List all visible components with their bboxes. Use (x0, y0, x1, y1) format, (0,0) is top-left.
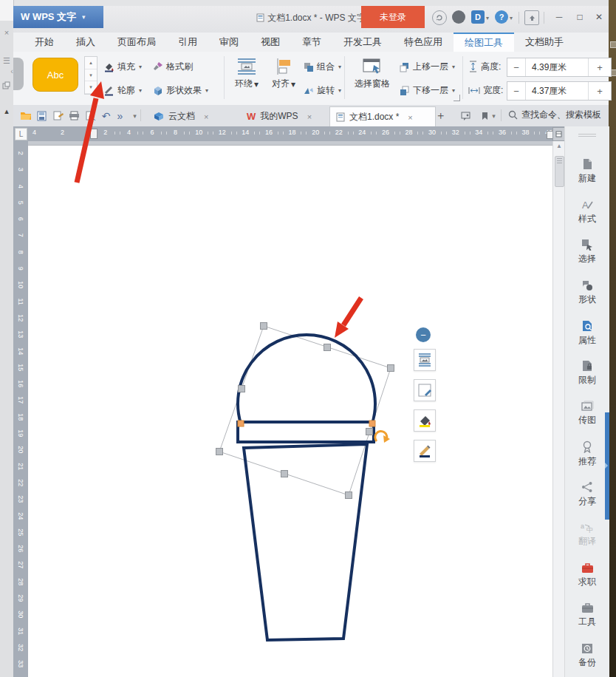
tab-insert[interactable]: 插入 (65, 33, 106, 52)
close-tab-icon[interactable]: × (204, 112, 208, 121)
format-painter-button[interactable]: 格式刷 (152, 58, 193, 75)
vertical-scrollbar[interactable]: ▲ (552, 141, 565, 677)
sidebar-item-new[interactable]: 新建 (565, 152, 609, 192)
dialog-launcher-icon[interactable] (454, 95, 460, 101)
vertical-ruler[interactable]: 2345678910111213141516171819202122232425… (13, 141, 28, 677)
bring-forward-button[interactable]: 上移一层 ▾ (399, 58, 455, 75)
height-decrease-button[interactable]: − (507, 58, 526, 76)
sidebar-item-tools[interactable]: 工具 (565, 596, 609, 636)
ruler-toggle-button[interactable] (552, 127, 565, 141)
sidebar-item-restrict[interactable]: 限制 (565, 353, 609, 394)
comment-icon[interactable] (459, 109, 472, 122)
close-icon[interactable]: × (2, 28, 11, 37)
gallery-more-button[interactable]: ▾ (85, 81, 97, 94)
print-icon[interactable] (68, 109, 81, 122)
style-gallery-prev-item[interactable] (13, 58, 24, 90)
chevron-down-icon[interactable]: ▾ (510, 15, 513, 21)
outline-color-button[interactable] (414, 440, 436, 462)
save-as-icon[interactable] (52, 109, 64, 122)
width-increase-button[interactable]: + (589, 82, 611, 100)
collapse-toolbar-button[interactable]: − (416, 327, 431, 342)
maximize-button[interactable]: □ (570, 10, 589, 24)
minimize-button[interactable]: ─ (550, 10, 569, 24)
print-preview-icon[interactable] (84, 109, 97, 122)
width-decrease-button[interactable]: − (507, 82, 526, 100)
sidebar-item-styles[interactable]: A 样式 (565, 192, 609, 233)
outline-button[interactable]: 轮廓 ▾ (103, 81, 142, 99)
sidebar-item-upload-image[interactable]: 传图 (565, 394, 609, 435)
horizontal-ruler[interactable]: L 4 2 2468101214161820222426283032343638… (13, 126, 564, 141)
panel-icon[interactable] (2, 81, 11, 90)
close-tab-icon[interactable]: × (408, 113, 412, 122)
hide-ribbon-icon[interactable] (524, 10, 539, 25)
sidebar-item-jobs[interactable]: 求职 (565, 555, 609, 596)
tab-developer[interactable]: 开发工具 (332, 33, 393, 52)
chevron-down-icon[interactable]: ▾ (486, 15, 489, 21)
sidebar-item-share[interactable]: 分享 (565, 474, 609, 515)
tab-view[interactable]: 视图 (250, 33, 291, 52)
height-value[interactable]: 4.39厘米 (526, 58, 589, 76)
height-increase-button[interactable]: + (589, 58, 611, 76)
document-page[interactable] (28, 145, 552, 677)
rotate-button[interactable]: 旋转 ▾ (303, 81, 341, 99)
wrap-text-button[interactable] (414, 349, 436, 371)
save-icon[interactable] (35, 109, 48, 122)
fill-color-button[interactable] (414, 409, 436, 432)
send-backward-button[interactable]: 下移一层 ▾ (399, 81, 455, 99)
close-button[interactable]: ✕ (589, 10, 609, 24)
quickbar-dropdown[interactable]: ▾ (129, 109, 141, 122)
sync-icon[interactable] (432, 10, 447, 25)
sidebar-item-properties[interactable]: 属性 (565, 313, 609, 353)
command-search[interactable]: 查找命令、搜索模板 (508, 109, 601, 121)
chevron-down-icon[interactable]: ▾ (487, 109, 500, 122)
selection-pane-button[interactable]: 选择窗格 (349, 58, 395, 90)
tab-drawing-tools[interactable]: 绘图工具 (454, 33, 514, 52)
app-menu-button[interactable]: W WPS 文字 ▾ (13, 6, 103, 28)
undo-button[interactable]: ↶ (100, 109, 112, 122)
group-button[interactable]: 组合 ▾ (303, 58, 341, 75)
sidebar-item-backup[interactable]: 备份 (565, 636, 609, 676)
tab-home[interactable]: 开始 (24, 33, 65, 52)
width-value[interactable]: 4.37厘米 (526, 82, 589, 100)
sidebar-item-translate[interactable]: a中 翻译 (565, 514, 609, 555)
fill-button[interactable]: 填充 ▾ (103, 58, 142, 75)
style-gallery-selected-item[interactable]: Abc (32, 58, 78, 92)
login-button[interactable]: 未登录 (361, 6, 425, 28)
gallery-down-button[interactable]: ▾ (85, 69, 97, 82)
redo-button[interactable]: » (114, 109, 126, 122)
send-backward-label: 下移一层 (413, 84, 448, 97)
wrap-button[interactable]: 环绕▾ (227, 58, 266, 90)
docker-icon[interactable]: D (471, 10, 485, 24)
tab-stop-selector[interactable]: L (15, 128, 27, 140)
ruler-number: 8 (164, 129, 188, 139)
tab-page-layout[interactable]: 页面布局 (106, 33, 167, 52)
document-canvas[interactable] (28, 141, 552, 677)
close-tab-icon[interactable]: × (307, 112, 312, 121)
sidebar-item-shapes[interactable]: 形状 (565, 273, 609, 313)
tab-cloud-docs[interactable]: 云文档 × (148, 106, 214, 126)
help-icon[interactable]: ? (495, 10, 508, 24)
new-tab-button[interactable]: ＋ (434, 109, 447, 122)
tab-special-features[interactable]: 特色应用 (393, 33, 454, 52)
tab-doc-assistant[interactable]: 文档助手 (514, 33, 575, 52)
gallery-up-button[interactable]: ▴ (85, 57, 97, 69)
tab-review[interactable]: 审阅 (208, 33, 250, 52)
shape-effects-button[interactable]: 形状效果 ▾ (152, 81, 208, 99)
align-button[interactable]: 对齐▾ (266, 58, 301, 90)
tab-document1[interactable]: 文档1.docx * × (329, 106, 436, 127)
chevron-down-icon: ▾ (452, 87, 455, 94)
scroll-up-button[interactable]: ▲ (553, 143, 565, 149)
sidebar-item-recommend[interactable]: 推荐 (565, 434, 609, 474)
sidebar-grip[interactable] (578, 134, 596, 137)
tab-my-wps[interactable]: W 我的WPS × (241, 106, 318, 126)
open-file-icon[interactable] (19, 109, 32, 122)
scrollbar-thumb[interactable] (555, 156, 564, 187)
collapsed-panel-tab[interactable] (605, 412, 609, 520)
sidebar-item-select[interactable]: 选择 (565, 232, 609, 273)
tab-references[interactable]: 引用 (167, 33, 208, 52)
menu-icon[interactable]: ☰ (2, 56, 11, 65)
ruler-number: 34 (468, 129, 491, 139)
skin-icon[interactable] (452, 10, 465, 24)
tab-section[interactable]: 章节 (291, 33, 332, 52)
shape-style-button[interactable] (414, 379, 436, 401)
